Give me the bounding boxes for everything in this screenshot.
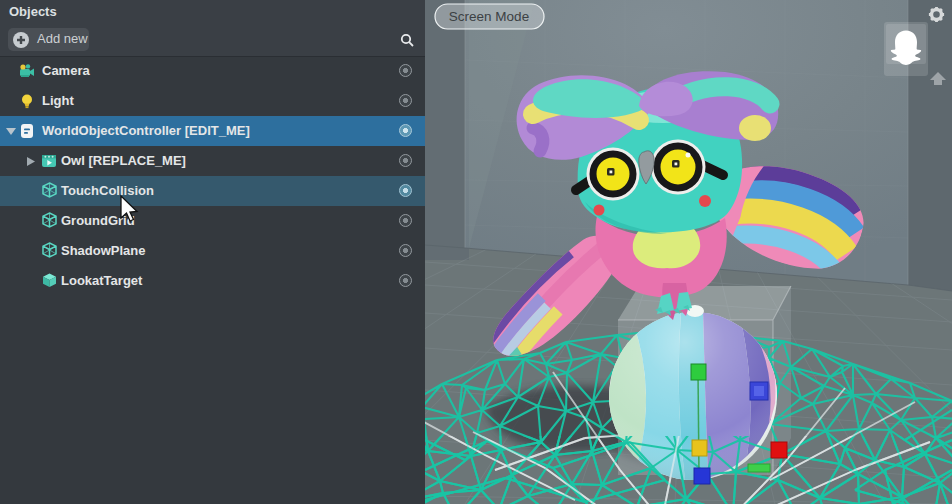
svg-text:Screen Mode: Screen Mode: [449, 9, 529, 24]
